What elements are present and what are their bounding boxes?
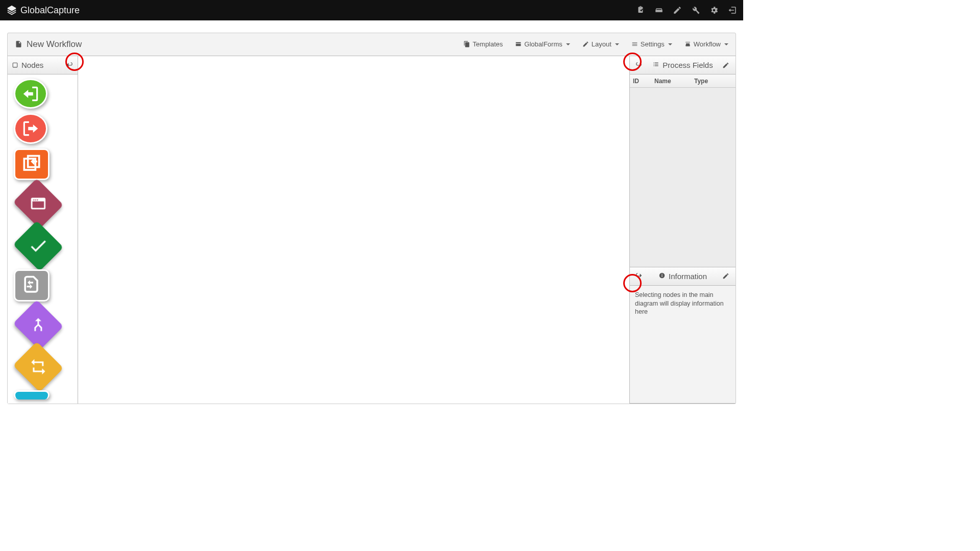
workflow-canvas[interactable] bbox=[78, 56, 629, 404]
node-validate[interactable] bbox=[13, 220, 64, 271]
caret-icon bbox=[566, 43, 570, 45]
fields-columns: ID Name Type bbox=[630, 74, 736, 88]
caret-icon bbox=[724, 43, 728, 45]
svg-rect-0 bbox=[13, 63, 17, 67]
node-template[interactable] bbox=[14, 148, 50, 181]
clipboard-icon[interactable] bbox=[636, 6, 645, 15]
information-panel: Information Selecting nodes in the main … bbox=[630, 267, 736, 404]
caret-icon bbox=[668, 43, 672, 45]
right-panels: Process Fields ID Name Type Information bbox=[629, 56, 736, 404]
node-import[interactable] bbox=[14, 79, 47, 109]
page-title: New Workflow bbox=[27, 39, 82, 49]
file-icon bbox=[15, 40, 22, 48]
svg-rect-9 bbox=[662, 275, 662, 277]
page-toolbar: New Workflow Templates GlobalForms Layou… bbox=[8, 33, 736, 56]
process-fields-header: Process Fields bbox=[630, 56, 736, 74]
menu-bar: Templates GlobalForms Layout Settings Wo… bbox=[463, 40, 728, 48]
col-type: Type bbox=[694, 78, 732, 85]
col-id: ID bbox=[633, 78, 654, 85]
caret-icon bbox=[615, 43, 619, 45]
svg-point-10 bbox=[662, 273, 663, 274]
node-process[interactable] bbox=[14, 390, 50, 399]
node-export[interactable] bbox=[14, 113, 47, 143]
menu-settings-label: Settings bbox=[641, 40, 665, 48]
menu-globalforms-label: GlobalForms bbox=[524, 40, 562, 48]
collapse-right-icon[interactable] bbox=[634, 61, 645, 69]
list-icon bbox=[652, 61, 659, 69]
app-header: GlobalCapture bbox=[0, 0, 743, 20]
nodes-panel-header: Nodes bbox=[8, 56, 78, 74]
menu-globalforms[interactable]: GlobalForms bbox=[515, 40, 570, 48]
node-loop[interactable] bbox=[13, 342, 64, 392]
workspace: Nodes bbox=[8, 56, 736, 404]
fields-body bbox=[630, 88, 736, 267]
header-toolbar bbox=[636, 6, 737, 15]
brand-logo-icon bbox=[6, 5, 17, 16]
node-app-window[interactable] bbox=[13, 179, 64, 229]
scanner-icon[interactable] bbox=[654, 6, 664, 15]
information-header: Information bbox=[630, 267, 736, 286]
edit-fields-icon[interactable] bbox=[720, 62, 731, 69]
menu-layout-label: Layout bbox=[592, 40, 611, 48]
menu-settings[interactable]: Settings bbox=[631, 40, 672, 48]
information-title: Information bbox=[669, 272, 707, 281]
col-name: Name bbox=[654, 78, 694, 85]
nodes-panel-title: Nodes bbox=[21, 61, 43, 69]
process-fields-title: Process Fields bbox=[663, 61, 713, 69]
nodes-panel: Nodes bbox=[8, 56, 78, 404]
nodes-list[interactable] bbox=[8, 74, 78, 404]
node-split[interactable] bbox=[13, 299, 64, 350]
menu-layout[interactable]: Layout bbox=[582, 40, 619, 48]
collapse-info-icon[interactable] bbox=[634, 272, 645, 280]
gear-icon[interactable] bbox=[709, 6, 719, 15]
collapse-left-icon[interactable] bbox=[65, 61, 74, 69]
menu-templates-label: Templates bbox=[473, 40, 503, 48]
information-body: Selecting nodes in the main diagram will… bbox=[630, 286, 736, 403]
edit-info-icon[interactable] bbox=[720, 272, 731, 280]
menu-workflow-label: Workflow bbox=[694, 40, 721, 48]
main-frame: New Workflow Templates GlobalForms Layou… bbox=[7, 33, 736, 404]
brand: GlobalCapture bbox=[6, 5, 80, 16]
menu-templates[interactable]: Templates bbox=[463, 40, 503, 48]
process-fields-panel: Process Fields ID Name Type bbox=[630, 56, 736, 267]
info-icon bbox=[658, 272, 666, 281]
logout-icon[interactable] bbox=[728, 6, 737, 15]
node-transform[interactable] bbox=[14, 269, 50, 302]
nodes-header-icon bbox=[12, 62, 18, 68]
wrench-icon[interactable] bbox=[691, 6, 700, 15]
page-title-area: New Workflow bbox=[15, 39, 82, 49]
menu-workflow[interactable]: Workflow bbox=[684, 40, 728, 48]
brand-name: GlobalCapture bbox=[20, 5, 80, 16]
pencil-icon[interactable] bbox=[673, 6, 682, 15]
